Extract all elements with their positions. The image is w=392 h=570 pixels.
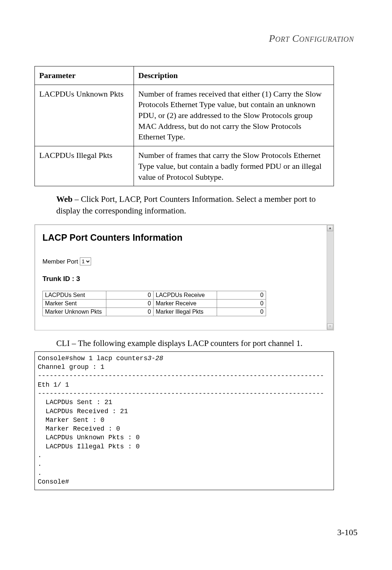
page-number: 3-105 [337, 528, 358, 537]
member-port-label: Member Port [42, 258, 78, 265]
web-panel-inner: LACP Port Counters Information Member Po… [35, 225, 327, 330]
param-name: LACPDUs Illegal Pkts [35, 146, 134, 186]
param-desc: Number of frames received that either (1… [134, 85, 334, 146]
counter-value: 0 [217, 308, 266, 316]
section-title: Port Configuration [34, 33, 358, 44]
counter-value: 0 [106, 299, 154, 308]
counter-label: LACPDUs Sent [43, 291, 106, 299]
scroll-up-icon[interactable]: ▲ [327, 225, 333, 231]
counter-value: 0 [106, 308, 154, 316]
param-table-header-description: Description [134, 66, 334, 85]
scrollbar[interactable]: ▲ ▼ [327, 225, 333, 330]
counter-value: 0 [106, 291, 154, 299]
table-row: LACPDUs Illegal Pkts Number of frames th… [35, 146, 334, 186]
counter-label: Marker Sent [43, 299, 106, 308]
panel-title: LACP Port Counters Information [42, 232, 320, 243]
counter-label: Marker Unknown Pkts [43, 308, 106, 316]
cli-reference: 3-28 [147, 355, 163, 362]
cli-lead: CLI [56, 339, 70, 348]
parameter-table: Parameter Description LACPDUs Unknown Pk… [34, 66, 334, 186]
counter-value: 0 [217, 299, 266, 308]
web-panel: LACP Port Counters Information Member Po… [34, 224, 334, 330]
counter-label: Marker Receive [154, 299, 217, 308]
web-text: – Click Port, LACP, Port Counters Inform… [56, 195, 316, 215]
param-desc: Number of frames that carry the Slow Pro… [134, 146, 334, 186]
table-row: LACPDUs Unknown Pkts Number of frames re… [35, 85, 334, 146]
cli-command: Console#show 1 lacp counters [38, 355, 147, 362]
web-lead: Web [56, 195, 73, 204]
table-row: LACPDUs Sent 0 LACPDUs Receive 0 [43, 291, 266, 299]
cli-body: Channel group : 1 ----------------------… [38, 363, 324, 485]
cli-text: – The following example displays LACP co… [70, 339, 302, 348]
table-row: Marker Sent 0 Marker Receive 0 [43, 299, 266, 308]
member-port-select[interactable]: 1 [80, 257, 91, 265]
counter-value: 0 [217, 291, 266, 299]
web-instructions: Web – Click Port, LACP, Port Counters In… [56, 194, 332, 217]
counter-label: Marker Illegal Pkts [154, 308, 217, 316]
member-port-row: Member Port 1 [42, 257, 320, 265]
table-row: Marker Unknown Pkts 0 Marker Illegal Pkt… [43, 308, 266, 316]
counter-table: LACPDUs Sent 0 LACPDUs Receive 0 Marker … [42, 291, 266, 316]
counter-label: LACPDUs Receive [154, 291, 217, 299]
trunk-id-label: Trunk ID : 3 [42, 275, 320, 283]
cli-output: Console#show 1 lacp counters3-28 Channel… [34, 351, 334, 490]
scroll-down-icon[interactable]: ▼ [327, 323, 333, 330]
cli-instructions: CLI – The following example displays LAC… [56, 338, 332, 349]
param-table-header-parameter: Parameter [35, 66, 134, 85]
page: Port Configuration Parameter Description… [0, 0, 392, 570]
param-name: LACPDUs Unknown Pkts [35, 85, 134, 146]
